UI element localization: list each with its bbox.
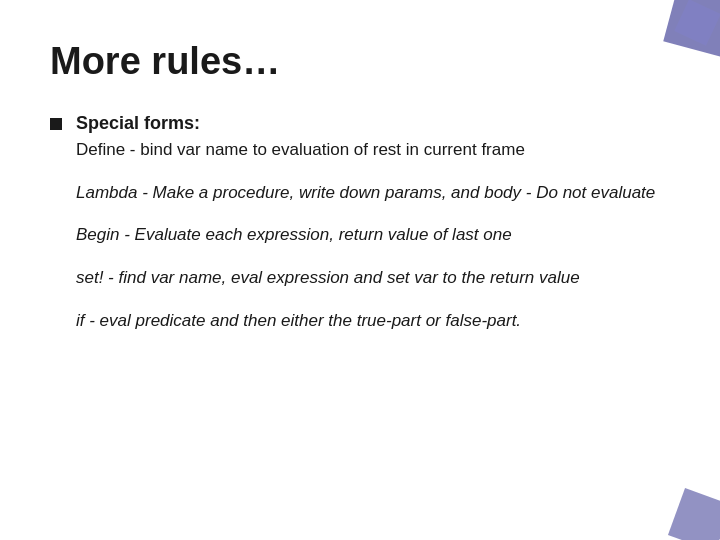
list-item-define: Define - bind var name to evaluation of … bbox=[76, 138, 670, 163]
corner-decoration-top-right bbox=[640, 0, 720, 60]
slide-title: More rules… bbox=[50, 40, 670, 83]
bullet-point bbox=[50, 116, 62, 134]
bullet-square-icon bbox=[50, 118, 62, 130]
list-item-set: set! - find var name, eval expression an… bbox=[76, 266, 670, 291]
list-item-begin: Begin - Evaluate each expression, return… bbox=[76, 223, 670, 248]
special-forms-label: Special forms: bbox=[76, 113, 670, 134]
content-body: Special forms: Define - bind var name to… bbox=[76, 113, 670, 351]
list-item-if: if - eval predicate and then either the … bbox=[76, 309, 670, 334]
slide: More rules… Special forms: Define - bind… bbox=[0, 0, 720, 540]
list-item-lambda: Lambda - Make a procedure, write down pa… bbox=[76, 181, 670, 206]
content-area: Special forms: Define - bind var name to… bbox=[50, 113, 670, 351]
corner-decoration-bottom-right bbox=[660, 480, 720, 540]
